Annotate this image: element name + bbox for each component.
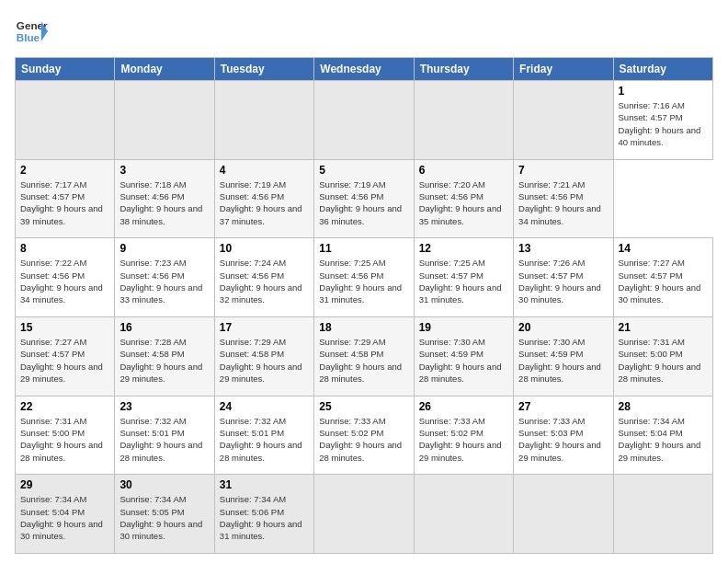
day-info: Sunrise: 7:20 AMSunset: 4:56 PMDaylight:… [419,179,502,226]
day-info: Sunrise: 7:27 AMSunset: 4:57 PMDaylight:… [20,337,103,384]
day-of-week-header: Sunday [16,58,115,81]
day-number: 22 [20,400,109,413]
day-info: Sunrise: 7:31 AMSunset: 5:00 PMDaylight:… [20,416,103,463]
calendar-day-cell [314,475,414,554]
day-info: Sunrise: 7:33 AMSunset: 5:02 PMDaylight:… [319,416,402,463]
day-info: Sunrise: 7:18 AMSunset: 4:56 PMDaylight:… [119,179,202,226]
calendar-week-row: 8 Sunrise: 7:22 AMSunset: 4:56 PMDayligh… [16,238,713,317]
calendar-day-cell: 21 Sunrise: 7:31 AMSunset: 5:00 PMDaylig… [613,316,712,396]
calendar-week-row: 15 Sunrise: 7:27 AMSunset: 4:57 PMDaylig… [16,316,713,396]
day-number: 11 [319,242,408,255]
calendar-day-cell: 12 Sunrise: 7:25 AMSunset: 4:57 PMDaylig… [414,238,513,317]
day-number: 18 [319,321,408,334]
day-number: 4 [220,164,309,177]
day-info: Sunrise: 7:21 AMSunset: 4:56 PMDaylight:… [518,179,601,226]
day-number: 6 [419,164,508,177]
logo-icon: General Blue [15,15,48,48]
calendar-day-cell [613,475,712,554]
calendar-week-row: 29 Sunrise: 7:34 AMSunset: 5:04 PMDaylig… [16,475,713,554]
calendar-day-cell [514,81,613,160]
day-info: Sunrise: 7:16 AMSunset: 4:57 PMDaylight:… [619,100,701,147]
day-info: Sunrise: 7:28 AMSunset: 4:58 PMDaylight:… [119,337,202,384]
calendar-day-cell: 10 Sunrise: 7:24 AMSunset: 4:56 PMDaylig… [214,238,313,317]
calendar-day-cell: 13 Sunrise: 7:26 AMSunset: 4:57 PMDaylig… [514,238,613,317]
day-number: 23 [119,400,209,413]
day-number: 12 [419,242,508,255]
day-info: Sunrise: 7:33 AMSunset: 5:03 PMDaylight:… [518,416,601,463]
day-info: Sunrise: 7:34 AMSunset: 5:04 PMDaylight:… [20,494,103,541]
day-number: 14 [619,242,708,255]
calendar-day-cell: 3 Sunrise: 7:18 AMSunset: 4:56 PMDayligh… [115,159,214,238]
calendar-day-cell: 31 Sunrise: 7:34 AMSunset: 5:06 PMDaylig… [214,475,313,554]
calendar-day-cell: 11 Sunrise: 7:25 AMSunset: 4:56 PMDaylig… [314,238,414,317]
header: General Blue [15,15,713,48]
day-number: 17 [220,321,309,334]
calendar-day-cell: 29 Sunrise: 7:34 AMSunset: 5:04 PMDaylig… [16,475,115,554]
day-number: 1 [619,85,708,98]
day-of-week-header: Thursday [414,58,513,81]
day-number: 2 [20,164,109,177]
calendar-day-cell: 5 Sunrise: 7:19 AMSunset: 4:56 PMDayligh… [314,159,414,238]
day-number: 28 [619,400,708,413]
day-number: 16 [119,321,209,334]
day-info: Sunrise: 7:34 AMSunset: 5:06 PMDaylight:… [220,494,302,541]
day-info: Sunrise: 7:24 AMSunset: 4:56 PMDaylight:… [220,258,302,304]
calendar-table: SundayMondayTuesdayWednesdayThursdayFrid… [15,57,713,554]
calendar-day-cell: 4 Sunrise: 7:19 AMSunset: 4:56 PMDayligh… [214,159,313,238]
svg-text:Blue: Blue [17,31,40,43]
day-number: 8 [20,242,109,255]
day-info: Sunrise: 7:30 AMSunset: 4:59 PMDaylight:… [518,337,601,384]
logo: General Blue [15,15,48,48]
day-number: 25 [319,400,408,413]
calendar-day-cell: 22 Sunrise: 7:31 AMSunset: 5:00 PMDaylig… [16,396,115,475]
day-info: Sunrise: 7:17 AMSunset: 4:57 PMDaylight:… [20,179,103,226]
calendar-day-cell: 24 Sunrise: 7:32 AMSunset: 5:01 PMDaylig… [214,396,313,475]
day-number: 27 [518,400,608,413]
calendar-day-cell [414,81,513,160]
calendar-day-cell: 2 Sunrise: 7:17 AMSunset: 4:57 PMDayligh… [16,159,115,238]
day-number: 21 [619,321,708,334]
calendar-day-cell: 14 Sunrise: 7:27 AMSunset: 4:57 PMDaylig… [613,238,712,317]
calendar-day-cell [314,81,414,160]
day-number: 13 [518,242,608,255]
day-number: 3 [119,164,209,177]
day-of-week-header: Tuesday [214,58,313,81]
calendar-day-cell: 15 Sunrise: 7:27 AMSunset: 4:57 PMDaylig… [16,316,115,396]
calendar-day-cell: 9 Sunrise: 7:23 AMSunset: 4:56 PMDayligh… [115,238,214,317]
day-info: Sunrise: 7:26 AMSunset: 4:57 PMDaylight:… [518,258,601,304]
calendar-day-cell [414,475,513,554]
calendar-day-cell: 27 Sunrise: 7:33 AMSunset: 5:03 PMDaylig… [514,396,613,475]
day-info: Sunrise: 7:30 AMSunset: 4:59 PMDaylight:… [419,337,502,384]
calendar-week-row: 22 Sunrise: 7:31 AMSunset: 5:00 PMDaylig… [16,396,713,475]
calendar-day-cell: 16 Sunrise: 7:28 AMSunset: 4:58 PMDaylig… [115,316,214,396]
day-of-week-header: Wednesday [314,58,414,81]
calendar-day-cell: 28 Sunrise: 7:34 AMSunset: 5:04 PMDaylig… [613,396,712,475]
calendar-day-cell: 7 Sunrise: 7:21 AMSunset: 4:56 PMDayligh… [514,159,613,238]
day-info: Sunrise: 7:23 AMSunset: 4:56 PMDaylight:… [119,258,202,304]
day-info: Sunrise: 7:31 AMSunset: 5:00 PMDaylight:… [619,337,701,384]
calendar-week-row: 1 Sunrise: 7:16 AMSunset: 4:57 PMDayligh… [16,81,713,160]
calendar-day-cell: 19 Sunrise: 7:30 AMSunset: 4:59 PMDaylig… [414,316,513,396]
day-info: Sunrise: 7:32 AMSunset: 5:01 PMDaylight:… [220,416,302,463]
calendar-day-cell: 8 Sunrise: 7:22 AMSunset: 4:56 PMDayligh… [16,238,115,317]
day-info: Sunrise: 7:29 AMSunset: 4:58 PMDaylight:… [220,337,302,384]
day-info: Sunrise: 7:32 AMSunset: 5:01 PMDaylight:… [119,416,202,463]
calendar-day-cell: 17 Sunrise: 7:29 AMSunset: 4:58 PMDaylig… [214,316,313,396]
day-info: Sunrise: 7:34 AMSunset: 5:05 PMDaylight:… [119,494,202,541]
calendar-day-cell: 23 Sunrise: 7:32 AMSunset: 5:01 PMDaylig… [115,396,214,475]
calendar-day-cell: 26 Sunrise: 7:33 AMSunset: 5:02 PMDaylig… [414,396,513,475]
day-of-week-header: Monday [115,58,214,81]
calendar-day-cell: 25 Sunrise: 7:33 AMSunset: 5:02 PMDaylig… [314,396,414,475]
day-number: 19 [419,321,508,334]
day-number: 9 [119,242,209,255]
day-of-week-header: Saturday [613,58,712,81]
calendar-header-row: SundayMondayTuesdayWednesdayThursdayFrid… [16,58,713,81]
day-number: 7 [518,164,608,177]
day-number: 10 [220,242,309,255]
day-info: Sunrise: 7:34 AMSunset: 5:04 PMDaylight:… [619,416,701,463]
day-number: 26 [419,400,508,413]
day-info: Sunrise: 7:33 AMSunset: 5:02 PMDaylight:… [419,416,502,463]
calendar-day-cell: 20 Sunrise: 7:30 AMSunset: 4:59 PMDaylig… [514,316,613,396]
day-info: Sunrise: 7:27 AMSunset: 4:57 PMDaylight:… [619,258,701,304]
calendar-day-cell [214,81,313,160]
